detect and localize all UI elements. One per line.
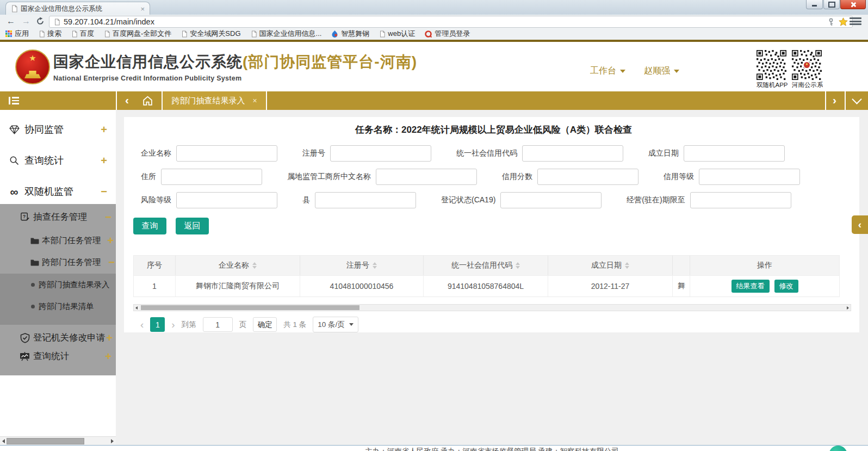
expand-toggle[interactable]: + xyxy=(106,332,113,343)
credit-code-input[interactable] xyxy=(522,145,623,162)
risk-grade-input[interactable] xyxy=(176,192,277,208)
bookmark-item-admin-login[interactable]: 管理员登录 xyxy=(425,29,470,39)
browser-tab[interactable]: 国家企业信用信息公示系统 × xyxy=(5,2,150,15)
scrollbar-thumb[interactable] xyxy=(141,305,359,310)
scroll-left-icon[interactable] xyxy=(135,306,138,310)
sort-icon[interactable] xyxy=(625,262,629,269)
bullet-icon xyxy=(31,305,35,308)
sort-icon[interactable] xyxy=(373,262,377,269)
browser-forward-icon[interactable]: → xyxy=(22,15,30,28)
scroll-right-icon[interactable] xyxy=(847,306,849,310)
operation-deadline-input[interactable] xyxy=(690,192,791,208)
tab-list-button[interactable] xyxy=(846,91,868,110)
expand-toggle[interactable]: + xyxy=(101,155,107,166)
sidebar-item-spot-check-task-management[interactable]: ? 抽查任务管理 − xyxy=(0,206,116,228)
bookmark-star-icon[interactable] xyxy=(839,17,848,26)
browser-back-icon[interactable]: ← xyxy=(7,15,15,28)
field-label: 风险等级 xyxy=(141,195,171,205)
sort-icon[interactable] xyxy=(516,262,520,269)
address-bar[interactable]: 59.207.104.21/main/index xyxy=(49,16,853,28)
return-button[interactable]: 返回 xyxy=(176,218,209,234)
header-company-name[interactable]: 企业名称 xyxy=(176,256,300,275)
window-maximize-button[interactable] xyxy=(823,0,840,9)
sidebar-item-query-statistics-sub[interactable]: 查询统计 + xyxy=(0,348,116,365)
page-1-button[interactable]: 1 xyxy=(150,317,165,332)
sidebar-item-own-department-task-management[interactable]: 本部门任务管理 + xyxy=(0,231,116,250)
collapse-toggle[interactable]: − xyxy=(101,186,107,197)
edit-button[interactable]: 修改 xyxy=(774,280,798,293)
tab-forward-button[interactable]: › xyxy=(833,91,836,109)
next-page-icon[interactable]: › xyxy=(171,319,175,330)
sidebar-toggle-icon[interactable] xyxy=(9,97,19,104)
credit-score-input[interactable] xyxy=(537,169,638,185)
company-name-input[interactable] xyxy=(176,145,277,162)
collapse-toggle[interactable]: − xyxy=(108,257,115,268)
page-size-select[interactable]: 10 条/页 xyxy=(313,317,358,332)
sidebar-item-cross-department-result-entry[interactable]: 跨部门抽查结果录入 xyxy=(0,275,116,294)
sort-icon[interactable] xyxy=(252,262,257,269)
workbench-menu[interactable]: 工作台 xyxy=(590,65,625,77)
registration-status-input[interactable] xyxy=(500,192,602,208)
bookmark-item-baidu-pan[interactable]: 百度网盘-全部文件 xyxy=(104,29,171,39)
tab-cross-department-result-entry[interactable]: 跨部门抽查结果录入 × xyxy=(163,91,266,110)
tab-close-icon[interactable]: × xyxy=(140,5,145,13)
panel-collapse-button[interactable]: ‹ xyxy=(852,215,868,234)
browser-tab-title: 国家企业信用信息公示系统 xyxy=(21,4,102,14)
credit-grade-input[interactable] xyxy=(699,169,800,185)
registration-no-input[interactable] xyxy=(330,145,431,162)
site-logo-icon xyxy=(331,30,338,38)
header-registration-no[interactable]: 注册号 xyxy=(300,256,424,275)
window-minimize-button[interactable] xyxy=(806,0,823,9)
sidebar-item-cross-department-result-list[interactable]: 跨部门结果清单 xyxy=(0,296,116,316)
table-horizontal-scrollbar[interactable] xyxy=(133,304,851,311)
bookmark-item-baidu[interactable]: 百度 xyxy=(71,29,94,39)
key-icon[interactable] xyxy=(827,18,835,26)
county-input[interactable] xyxy=(315,192,416,208)
header-establish-date[interactable]: 成立日期 xyxy=(548,256,673,275)
sidebar-item-collaborative-supervision[interactable]: 协同监管 + xyxy=(0,120,116,139)
prev-page-icon[interactable]: ‹ xyxy=(140,319,144,330)
query-button[interactable]: 查询 xyxy=(133,218,166,234)
tab-close-icon[interactable]: × xyxy=(252,96,257,105)
sidebar-horizontal-scrollbar[interactable] xyxy=(0,436,116,446)
header-actions: 操作 xyxy=(690,256,839,275)
bookmark-item-sdg[interactable]: 安全域网关SDG xyxy=(181,29,240,39)
tab-back-button[interactable]: ‹ xyxy=(125,91,129,109)
folder-icon xyxy=(30,237,39,244)
window-close-button[interactable] xyxy=(840,0,866,9)
header-credit-code[interactable]: 统一社会信用代码 xyxy=(424,256,548,275)
table-row: 1 舞钢市汇隆商贸有限公司 410481000010456 9141048105… xyxy=(134,275,839,296)
window-controls xyxy=(806,0,866,9)
bookmark-item-apps[interactable]: 应用 xyxy=(5,29,29,39)
bookmark-item-necips[interactable]: 国家企业信用信息... xyxy=(251,29,322,39)
goto-suffix-label: 页 xyxy=(239,320,247,330)
expand-toggle[interactable]: + xyxy=(107,235,114,246)
supervising-office-input[interactable] xyxy=(376,169,477,185)
bookmark-item-search[interactable]: 搜索 xyxy=(39,29,61,39)
expand-toggle[interactable]: + xyxy=(105,351,111,362)
bookmark-label: 国家企业信用信息... xyxy=(259,29,322,39)
sidebar-item-registration-authority-modification[interactable]: 登记机关修改申请 + xyxy=(0,329,116,347)
establish-date-input[interactable] xyxy=(684,145,785,162)
view-result-button[interactable]: 结果查看 xyxy=(731,280,770,293)
collapse-toggle[interactable]: − xyxy=(105,212,111,223)
expand-toggle[interactable]: + xyxy=(101,124,107,135)
sidebar-item-cross-department-task-management[interactable]: 跨部门任务管理 − xyxy=(0,252,116,272)
sidebar-item-query-statistics[interactable]: 查询统计 + xyxy=(0,151,116,170)
confirm-button[interactable]: 确定 xyxy=(253,317,277,332)
scrollbar-thumb[interactable] xyxy=(7,438,84,444)
qr-caption-app: 双随机APP xyxy=(757,81,788,89)
sidebar-item-double-random-supervision[interactable]: ∞ 双随机监管 − xyxy=(0,182,116,201)
bookmark-item-web-auth[interactable]: web认证 xyxy=(379,29,415,39)
reload-icon[interactable] xyxy=(36,17,45,26)
goto-page-input[interactable] xyxy=(203,317,233,332)
chrome-menu-icon[interactable] xyxy=(850,17,861,25)
bookmark-label: 管理员登录 xyxy=(435,29,470,39)
user-menu[interactable]: 赵顺强 xyxy=(644,65,679,77)
bookmark-item-zhihui[interactable]: 智慧舞钢 xyxy=(331,29,369,39)
address-input[interactable] xyxy=(161,169,262,185)
scroll-left-icon[interactable] xyxy=(2,439,5,443)
scroll-right-icon[interactable] xyxy=(111,439,114,443)
home-icon[interactable] xyxy=(142,95,153,106)
page-icon xyxy=(71,30,77,38)
